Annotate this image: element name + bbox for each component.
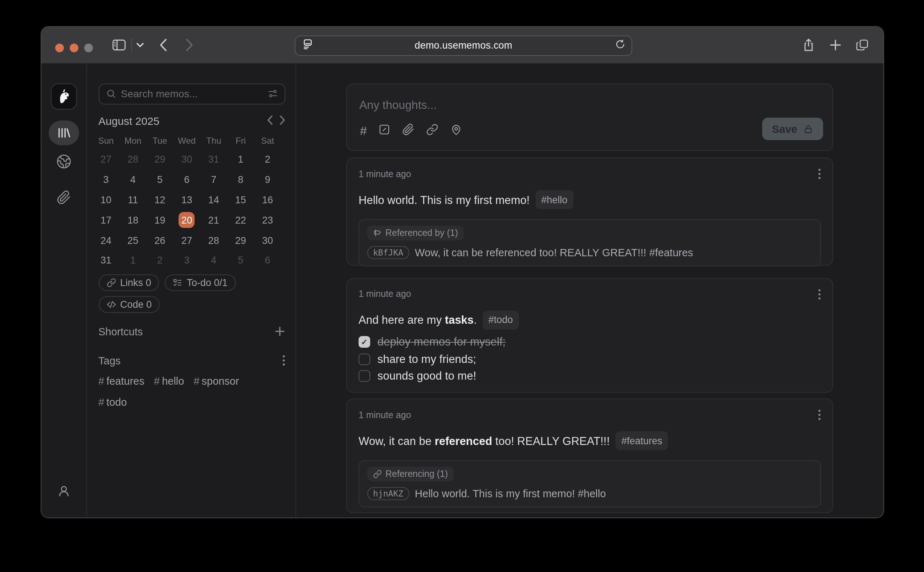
nav-memos[interactable] — [49, 121, 79, 145]
nav-profile[interactable] — [57, 483, 71, 498]
calendar-day[interactable]: 31 — [206, 151, 222, 167]
calendar-day[interactable]: 2 — [259, 151, 275, 167]
memo-menu-icon[interactable] — [818, 168, 821, 179]
calendar-day[interactable]: 31 — [98, 253, 114, 269]
close-button[interactable] — [55, 44, 64, 52]
calendar-day[interactable]: 6 — [179, 172, 195, 188]
calendar-prev-icon[interactable] — [267, 114, 273, 127]
calendar-day[interactable]: 26 — [152, 232, 168, 248]
calendar-day[interactable]: 23 — [259, 212, 275, 228]
search-box[interactable] — [98, 84, 285, 104]
calendar-day[interactable]: 8 — [233, 172, 248, 188]
calendar-day[interactable]: 4 — [125, 172, 141, 188]
checkbox-insert-icon[interactable] — [379, 123, 391, 138]
nav-explore[interactable] — [56, 154, 71, 169]
calendar-day[interactable]: 17 — [98, 212, 114, 228]
todo-badge[interactable]: To-do 0/1 — [165, 274, 236, 291]
save-button[interactable]: Save — [762, 118, 823, 140]
back-button[interactable] — [159, 39, 167, 51]
zoom-button[interactable] — [84, 44, 93, 52]
referenced-by-label[interactable]: Referenced by (1) — [367, 226, 464, 240]
checkbox-unchecked[interactable] — [359, 353, 370, 365]
calendar-day[interactable]: 22 — [233, 212, 248, 228]
memo-editor[interactable]: Any thoughts... # — [346, 83, 833, 151]
calendar-day[interactable]: 3 — [98, 172, 114, 188]
calendar-day[interactable]: 5 — [152, 172, 168, 188]
calendar-day[interactable]: 29 — [152, 151, 168, 167]
calendar-day[interactable]: 12 — [152, 192, 168, 208]
new-tab-icon[interactable] — [830, 39, 841, 51]
code-badge[interactable]: Code 0 — [98, 296, 160, 313]
tabs-overview-icon[interactable] — [856, 39, 868, 51]
minimize-button[interactable] — [70, 44, 78, 52]
calendar-day[interactable]: 2 — [152, 253, 168, 269]
editor-placeholder: Any thoughts... — [359, 98, 436, 112]
checkbox-unchecked[interactable] — [359, 370, 370, 382]
memo-tag-pill[interactable]: #features — [615, 431, 668, 450]
link-insert-icon[interactable] — [426, 123, 439, 138]
calendar-day[interactable]: 18 — [125, 212, 141, 228]
calendar-day[interactable]: 24 — [98, 232, 114, 248]
chevron-down-icon[interactable] — [137, 42, 144, 48]
memo-menu-icon[interactable] — [818, 289, 821, 299]
tag-hello[interactable]: # hello — [154, 375, 184, 387]
search-input[interactable] — [121, 88, 262, 100]
reload-icon[interactable] — [615, 39, 625, 52]
calendar-day[interactable]: 1 — [125, 253, 141, 269]
calendar-day[interactable]: 1 — [233, 151, 248, 167]
calendar-day[interactable]: 28 — [125, 151, 141, 167]
calendar-day[interactable]: 27 — [98, 151, 114, 167]
attachment-icon[interactable] — [402, 123, 415, 138]
calendar-next-icon[interactable] — [279, 114, 285, 127]
calendar-day-selected[interactable]: 20 — [179, 212, 195, 228]
calendar-day[interactable]: 7 — [206, 172, 222, 188]
url-bar[interactable]: demo.usememos.com — [295, 36, 632, 56]
app-logo[interactable] — [51, 84, 77, 110]
memo-menu-icon[interactable] — [818, 409, 821, 420]
referencing-label[interactable]: Referencing (1) — [367, 467, 453, 481]
calendar-day[interactable]: 3 — [179, 253, 195, 269]
tag-todo[interactable]: # todo — [98, 396, 127, 408]
calendar-day[interactable]: 29 — [233, 232, 248, 248]
add-shortcut-icon[interactable] — [274, 326, 285, 337]
calendar-day[interactable]: 30 — [259, 232, 275, 248]
hashtag-icon[interactable]: # — [360, 125, 367, 137]
calendar-day[interactable]: 6 — [259, 253, 275, 269]
calendar-day[interactable]: 21 — [206, 212, 222, 228]
memo-id-pill[interactable]: kBfJKA — [367, 246, 409, 259]
share-icon[interactable] — [803, 39, 814, 51]
calendar-day[interactable]: 14 — [206, 192, 222, 208]
calendar-day[interactable]: 13 — [179, 192, 195, 208]
calendar-day[interactable]: 5 — [233, 253, 248, 269]
page-settings-icon[interactable] — [303, 39, 313, 53]
tag-label: features — [106, 375, 144, 387]
calendar-day[interactable]: 15 — [233, 192, 248, 208]
links-badge[interactable]: Links 0 — [98, 274, 159, 291]
calendar-day[interactable]: 9 — [259, 172, 275, 188]
forward-button[interactable] — [185, 39, 193, 51]
tag-features[interactable]: # features — [98, 375, 144, 387]
sidebar-toggle-icon[interactable] — [112, 39, 126, 51]
nav-attachments[interactable] — [57, 190, 71, 205]
calendar-day[interactable]: 27 — [179, 232, 195, 248]
memo-tag-pill[interactable]: #hello — [535, 190, 573, 209]
tag-sponsor[interactable]: # sponsor — [193, 375, 239, 387]
calendar-day[interactable]: 19 — [152, 212, 168, 228]
tags-menu-icon[interactable] — [282, 355, 285, 366]
memo-id-pill[interactable]: hjnAKZ — [367, 487, 409, 500]
calendar-day[interactable]: 25 — [125, 232, 141, 248]
calendar-day[interactable]: 16 — [259, 192, 275, 208]
tags-title: Tags — [98, 355, 121, 367]
calendar-day[interactable]: 28 — [206, 232, 222, 248]
memo-tag-pill[interactable]: #todo — [483, 310, 519, 329]
calendar-day[interactable]: 11 — [125, 192, 141, 208]
reference-row[interactable]: hjnAKZ Hello world. This is my first mem… — [367, 487, 812, 500]
location-icon[interactable] — [450, 123, 463, 138]
calendar-day[interactable]: 4 — [206, 253, 222, 269]
calendar-day[interactable]: 30 — [179, 151, 195, 167]
calendar-day[interactable]: 10 — [98, 192, 114, 208]
url-text: demo.usememos.com — [415, 40, 512, 51]
reference-row[interactable]: kBfJKA Wow, it can be referenced too! RE… — [367, 246, 812, 259]
filter-icon[interactable] — [267, 89, 278, 99]
checkbox-checked[interactable]: ✓ — [359, 336, 370, 348]
